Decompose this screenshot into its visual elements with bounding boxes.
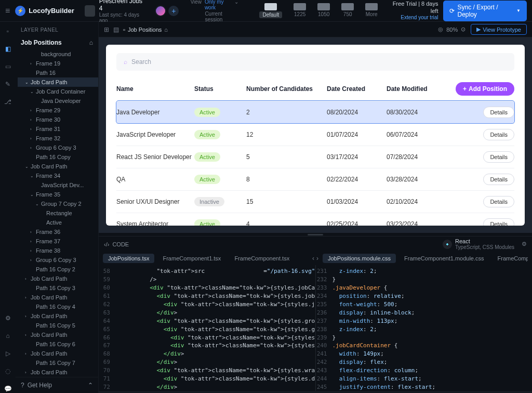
breakpoint-1050[interactable]: 1050 (317, 3, 330, 18)
layer-item[interactable]: Path 16 Copy 7 (18, 358, 98, 368)
layer-item[interactable]: Java Developer (18, 96, 98, 106)
layer-item[interactable]: ›Group 6 Copy 3 (18, 255, 98, 265)
framework-badge[interactable]: React TypeScript, CSS Modules ⚙ (443, 238, 527, 250)
code-tab[interactable]: FrameComponent.tsx (229, 254, 295, 263)
grid-view-icon[interactable]: ⊞ (104, 26, 109, 33)
details-button[interactable]: Details (483, 196, 514, 207)
layer-item[interactable]: ›Group 6 Copy 3 (18, 143, 98, 152)
layer-item[interactable]: ›Job Card Path (18, 368, 98, 377)
breakpoint-default[interactable]: Default (259, 3, 282, 18)
details-button[interactable]: Details (483, 107, 514, 118)
layer-item[interactable]: ›Frame 19 (18, 59, 98, 68)
target-icon[interactable]: ◎ (438, 26, 443, 33)
layer-item[interactable]: ›Job Card Path (18, 330, 98, 339)
layer-item[interactable]: ›Job Card Path (18, 349, 98, 358)
breakpoint-1225[interactable]: 1225 (294, 3, 306, 18)
chevron-right-icon[interactable]: › (316, 255, 318, 262)
layer-item[interactable]: Path 16 Copy 4 (18, 302, 98, 311)
view-mode-selector[interactable]: View Only my work ⌄ Current session (190, 0, 238, 22)
code-editor-left[interactable]: 58 "tok-attr">src="/path-16.svg"59 />60 … (99, 265, 315, 391)
menu-icon[interactable]: ≡ (5, 6, 10, 16)
code-tab[interactable]: FrameComponent1.tsx (157, 254, 226, 263)
gear-icon[interactable]: ⚙ (522, 241, 527, 247)
code-line: 234 position: relative; (316, 292, 533, 300)
layer-item[interactable]: ›Frame 29 (18, 106, 98, 115)
details-button[interactable]: Details (483, 129, 514, 140)
code-tab[interactable]: JobPositions.tsx (103, 254, 154, 263)
add-collaborator-button[interactable]: + (168, 6, 179, 16)
get-help-button[interactable]: ? Get Help ⌃ (16, 377, 98, 393)
table-row[interactable]: System Architector Active 4 02/25/2024 0… (116, 213, 514, 226)
layer-item[interactable]: Path 16 Copy 5 (18, 321, 98, 330)
breakpoint-more[interactable]: More (365, 3, 378, 18)
layer-item[interactable]: ⌄Job Card Container (18, 87, 98, 96)
chevron-icon: ⌄ (30, 174, 34, 178)
layer-item[interactable]: ⌄Group 7 Copy 2 (18, 199, 98, 208)
layer-item[interactable]: Path 16 Copy 2 (18, 265, 98, 274)
assets-icon[interactable]: ▭ (4, 62, 12, 71)
layer-item[interactable]: ›Frame 32 (18, 134, 98, 143)
device-icon (365, 3, 378, 10)
view-prototype-button[interactable]: ▶ View Prototype (471, 24, 527, 35)
details-button[interactable]: Details (483, 218, 514, 226)
layer-item[interactable]: ›Frame 37 (18, 237, 98, 246)
layer-item[interactable]: ›Job Card Path (18, 274, 98, 283)
code-tab[interactable]: JobPositions.module.css (323, 254, 396, 263)
code-tab[interactable]: FrameComponent1.module.css (399, 254, 489, 263)
table-row[interactable]: JavaScript Developer Active 12 01/07/202… (116, 123, 514, 146)
extend-trial-link[interactable]: Extend your trial (388, 15, 438, 21)
layer-item[interactable]: Path 16 Copy (18, 152, 98, 162)
search-input[interactable]: ⌕ Search (116, 53, 514, 71)
canvas-tab[interactable]: ▫ Job Positions ⌂ (123, 27, 168, 33)
chevron-icon: ⌄ (35, 202, 39, 206)
components-icon[interactable]: ✎ (4, 80, 12, 88)
list-view-icon[interactable]: ▤ (113, 26, 119, 33)
layer-item[interactable]: background (18, 49, 98, 59)
layer-item[interactable]: JavaScript Dev... (18, 180, 98, 190)
layer-item[interactable]: ⌄Job Card Path (18, 162, 98, 171)
layer-item[interactable]: Path 16 Copy 6 (18, 339, 98, 349)
layer-item[interactable]: Path 16 (18, 68, 98, 77)
play-icon[interactable]: ▷ (4, 349, 12, 358)
table-row[interactable]: Senior UX/UI Designer Inactive 15 01/03/… (116, 190, 514, 213)
layer-item[interactable]: ›Job Card Path (18, 311, 98, 321)
layer-item[interactable]: ›Job Card Path (18, 293, 98, 302)
layer-panel-root[interactable]: Job Positions ⌂ (16, 36, 98, 49)
chat-icon[interactable]: 💬 (4, 385, 12, 393)
table-row[interactable]: QA Active 8 02/22/2024 03/28/2024 Detail… (116, 168, 514, 190)
settings-icon[interactable]: ⚙ (4, 314, 12, 322)
details-button[interactable]: Details (483, 174, 514, 185)
github-icon[interactable]: ⎇ (4, 98, 12, 106)
help-icon[interactable]: ◌ (4, 367, 12, 375)
status-badge: Inactive (194, 197, 224, 206)
code-editor-right[interactable]: 231 z-index: 2;232}233.javaDeveloper {23… (316, 265, 533, 391)
code-line: 240.jobCardContainer { (316, 342, 533, 350)
layer-item[interactable]: ⌄Frame 35 (18, 190, 98, 199)
chevron-left-icon[interactable]: ‹ (312, 255, 314, 262)
layer-item[interactable]: ›Frame 36 (18, 227, 98, 237)
zoom-level[interactable]: 80% (446, 27, 458, 33)
zoom-fit-icon[interactable]: ⊙ (461, 26, 466, 33)
layer-item[interactable]: Path 16 Copy 3 (18, 283, 98, 293)
add-position-button[interactable]: + Add Position (456, 82, 514, 96)
layer-item[interactable]: ⌄Frame 34 (18, 171, 98, 180)
pages-icon[interactable]: ▫ (4, 27, 12, 35)
sync-export-deploy-button[interactable]: ⟳ Sync / Export / Deploy (443, 1, 527, 21)
details-button[interactable]: Details (483, 151, 514, 163)
code-line: 233.javaDeveloper { (316, 284, 533, 292)
layer-item[interactable]: ›Frame 31 (18, 124, 98, 134)
code-tab[interactable]: FrameComponent.module.css (493, 254, 528, 263)
layer-item[interactable]: ⌄Job Card Path (18, 77, 98, 87)
table-row[interactable]: React JS Senior Developer Active 5 03/17… (116, 146, 514, 168)
status-badge: Active (194, 219, 220, 226)
layer-item[interactable]: ›Frame 30 (18, 115, 98, 124)
layer-item[interactable]: ›Frame 38 (18, 246, 98, 255)
project-info[interactable]: Prescreen Jobs 4 Last sync: 4 days ago (85, 0, 145, 23)
avatar[interactable] (155, 5, 166, 17)
table-row[interactable]: Java Developer Active 2 08/20/2024 08/30… (116, 101, 514, 123)
layer-item[interactable]: Active (18, 218, 98, 227)
layer-item[interactable]: Rectangle (18, 208, 98, 218)
layers-icon[interactable]: ◧ (4, 45, 12, 53)
home-icon[interactable]: ⌂ (4, 332, 12, 340)
breakpoint-750[interactable]: 750 (341, 3, 354, 18)
